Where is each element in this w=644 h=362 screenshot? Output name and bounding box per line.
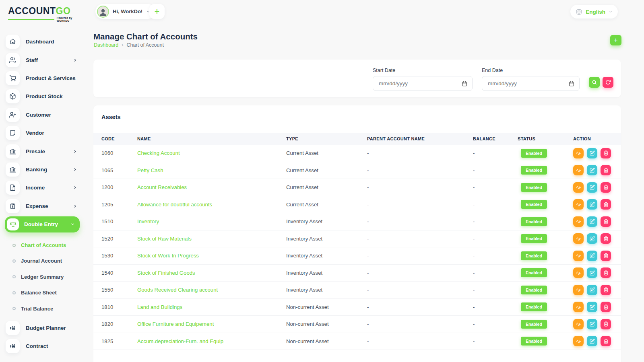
edit-button[interactable] <box>587 165 597 175</box>
sidebar-item[interactable]: Contract <box>6 337 85 355</box>
delete-button[interactable] <box>601 251 611 261</box>
account-code: 1205 <box>101 202 137 208</box>
delete-button[interactable] <box>601 285 611 295</box>
account-name-link[interactable]: Stock of Finished Goods <box>137 270 286 276</box>
sidebar-item[interactable]: Product & Services <box>6 69 85 87</box>
edit-button[interactable] <box>587 233 597 244</box>
transactions-button[interactable] <box>573 233 584 244</box>
sidebar-item[interactable]: Banking <box>6 160 85 179</box>
account-name-link[interactable]: Checking Account <box>137 150 286 156</box>
user-menu[interactable]: Hi, WorkDo! <box>95 4 155 19</box>
activity-icon <box>576 168 581 173</box>
transactions-button[interactable] <box>573 302 584 312</box>
account-name-link[interactable]: Office Furniture and Equipement <box>137 321 286 327</box>
activity-icon <box>576 270 581 276</box>
activity-icon <box>576 253 581 258</box>
transactions-button[interactable] <box>573 216 584 227</box>
file-icon <box>9 184 16 191</box>
sidebar-item-label: Staff <box>26 57 67 63</box>
edit-button[interactable] <box>587 216 597 227</box>
start-date-input[interactable]: mm/dd/yyyy <box>373 76 473 91</box>
delete-button[interactable] <box>601 336 611 346</box>
sidebar-item-label: Double Entry <box>24 221 65 227</box>
sidebar-item[interactable]: Customer <box>6 106 85 124</box>
trash-icon <box>603 219 609 224</box>
sidebar-item[interactable]: Income <box>6 179 85 197</box>
account-name-link[interactable]: Account Receivables <box>137 184 286 190</box>
edit-button[interactable] <box>587 182 597 193</box>
transactions-button[interactable] <box>573 267 584 278</box>
transactions-button[interactable] <box>573 285 584 295</box>
sidebar-item[interactable]: Product Stock <box>6 87 85 105</box>
delete-button[interactable] <box>601 182 611 193</box>
sidebar-subitem[interactable]: Chart of Accounts <box>6 237 85 253</box>
edit-button[interactable] <box>587 251 597 261</box>
transactions-button[interactable] <box>573 148 584 158</box>
calendar-icon[interactable] <box>462 81 467 86</box>
edit-icon <box>590 150 595 156</box>
edit-button[interactable] <box>587 319 597 329</box>
account-name-link[interactable]: Goods Received Clearing account <box>137 287 286 293</box>
sidebar-subitem[interactable]: Journal Account <box>6 253 85 269</box>
sidebar-subitem[interactable]: Ledger Summary <box>6 269 85 285</box>
status-badge: Enabled <box>521 166 547 175</box>
transactions-button[interactable] <box>573 182 584 193</box>
header-add-button[interactable]: + <box>149 4 165 19</box>
delete-button[interactable] <box>601 165 611 175</box>
activity-icon <box>576 339 581 344</box>
chevron-down-icon <box>609 10 613 14</box>
edit-button[interactable] <box>587 267 597 278</box>
sidebar-subitem[interactable]: Balance Sheet <box>6 285 85 300</box>
language-selector[interactable]: English <box>570 5 618 19</box>
edit-icon <box>590 185 595 190</box>
breadcrumb-dashboard-link[interactable]: Dashboard <box>94 42 118 48</box>
sidebar-item[interactable]: Dashboard <box>6 33 85 51</box>
delete-button[interactable] <box>601 267 611 278</box>
end-date-input[interactable]: mm/dd/yyyy <box>482 76 580 91</box>
transactions-button[interactable] <box>573 336 584 346</box>
chevron-right-icon <box>73 167 77 172</box>
bullet-icon <box>12 275 16 278</box>
app-root: ACCOUNTGO Powered by WORKDO <box>0 0 644 362</box>
edit-button[interactable] <box>587 336 597 346</box>
account-name-link[interactable]: Stock of Work In Progress <box>137 253 286 259</box>
account-name-link[interactable]: Land and Buildings <box>137 304 286 310</box>
delete-button[interactable] <box>601 302 611 312</box>
brand-logo[interactable]: ACCOUNTGO Powered by WORKDO <box>8 6 85 22</box>
calendar-icon[interactable] <box>569 81 574 86</box>
transactions-button[interactable] <box>573 199 584 210</box>
transactions-button[interactable] <box>573 251 584 261</box>
sidebar-item[interactable]: Expense <box>6 197 85 215</box>
activity-icon <box>576 236 581 241</box>
sidebar-item[interactable]: Vendor <box>6 124 85 142</box>
sidebar-subitem-label: Balance Sheet <box>21 290 57 296</box>
edit-button[interactable] <box>587 148 597 158</box>
edit-button[interactable] <box>587 199 597 210</box>
account-name-link[interactable]: Inventory <box>137 218 286 224</box>
transactions-button[interactable] <box>573 165 584 175</box>
account-name-link[interactable]: Stock of Raw Materials <box>137 236 286 242</box>
delete-button[interactable] <box>601 148 611 158</box>
transactions-button[interactable] <box>573 319 584 329</box>
account-name-link[interactable]: Allowance for doubtful accounts <box>137 202 286 208</box>
reset-button[interactable] <box>603 77 613 88</box>
edit-button[interactable] <box>587 285 597 295</box>
sidebar-item[interactable]: Presale <box>6 142 85 160</box>
account-name-link[interactable]: Accum.depreciation-Furn. and Equip <box>137 338 286 344</box>
delete-button[interactable] <box>601 233 611 244</box>
table-body: 1060 Checking Account Current Asset - - … <box>93 145 621 350</box>
sidebar-item[interactable]: Staff <box>6 51 85 69</box>
sidebar-item[interactable]: Budget Planner <box>6 319 85 337</box>
sidebar-item-double-entry[interactable]: Double Entry <box>5 216 80 232</box>
delete-button[interactable] <box>601 199 611 210</box>
create-account-button[interactable]: + <box>610 35 621 45</box>
account-name-link[interactable]: Petty Cash <box>137 167 286 173</box>
edit-button[interactable] <box>587 302 597 312</box>
sidebar-subitem[interactable]: Trial Balance <box>6 300 85 316</box>
search-button[interactable] <box>589 77 600 88</box>
breadcrumb-current: Chart of Account <box>127 42 164 48</box>
status-badge: Enabled <box>521 268 547 277</box>
delete-button[interactable] <box>601 216 611 227</box>
delete-button[interactable] <box>601 319 611 329</box>
table-row: 1065 Petty Cash Current Asset - - Enable… <box>93 162 621 179</box>
